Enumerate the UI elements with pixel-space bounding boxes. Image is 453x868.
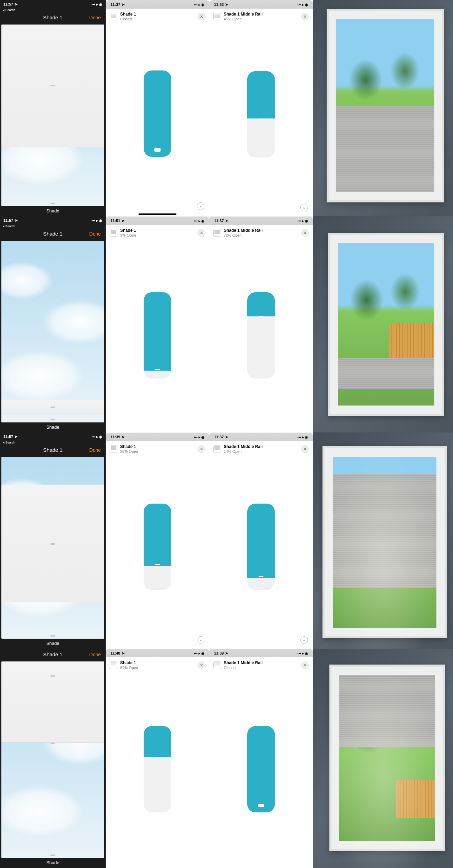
shade-control-panel: 11:37➤▪▪▪▸◉ Shade 1 Middle Rail 14% Open… (209, 432, 313, 649)
back-to-search[interactable]: ◂ Search (0, 441, 106, 444)
location-icon: ➤ (122, 219, 125, 223)
shade-slider[interactable] (144, 504, 171, 590)
status-time: 11:39 (214, 651, 224, 655)
shade-control-panel: 11:40➤▪▪▪▸◉ Shade 1 64% Open ✕ (106, 649, 209, 868)
location-icon: ➤ (122, 651, 125, 656)
shade-icon (110, 661, 117, 669)
status-icons: ▪▪▪▸◉ (194, 435, 204, 439)
rail-mark (50, 675, 55, 677)
slider-fill (144, 292, 171, 371)
shade-control-panel: 11:39➤▪▪▪▸◉ Shade 1 28% Open ✕ ▸ (106, 432, 209, 649)
status-icons: ▪▪▪▸◉ (297, 651, 308, 655)
accessory-header: Shade 1 Middle Rail 45% Open ✕ (209, 9, 313, 25)
status-time: 11:52 (214, 2, 224, 7)
slider-handle-dash[interactable] (155, 564, 160, 565)
slider-area (106, 241, 209, 430)
close-button[interactable]: ✕ (301, 661, 309, 669)
close-button[interactable]: ✕ (197, 229, 205, 237)
settings-button[interactable]: ▸ (300, 204, 308, 211)
done-button[interactable]: Done (89, 447, 101, 453)
accessory-header: Shade 1 64% Open ✕ (106, 657, 209, 673)
shade-slider[interactable] (247, 71, 275, 158)
accessory-info: Shade 1 9% Open (120, 228, 195, 237)
physical-shade (339, 675, 435, 747)
slider-area (209, 25, 313, 204)
slider-handle-dash[interactable] (155, 757, 160, 758)
window-photo (313, 0, 453, 216)
status-bar: 11:51➤▪▪▪▸◉ (106, 217, 209, 225)
status-bar: 11:40➤▪▪▪▸◉ (106, 649, 209, 657)
blind-visual[interactable] (1, 241, 104, 422)
shade-title: Shade 1 (43, 651, 62, 657)
slider-handle-icon[interactable] (154, 148, 161, 152)
close-button[interactable]: ✕ (301, 445, 309, 453)
shade-slider[interactable] (144, 70, 171, 157)
status-icons: ▪▪▪▸◉ (297, 435, 308, 439)
shade-cover[interactable] (1, 400, 104, 413)
panel-footer-label: Shade (0, 206, 106, 216)
shade-slider[interactable] (247, 504, 275, 590)
slider-area (106, 25, 209, 202)
accessory-name: Shade 1 Middle Rail (224, 661, 298, 666)
bottom-rail-mark (50, 855, 55, 856)
slider-handle-icon[interactable] (258, 804, 264, 807)
rail-mark (50, 85, 55, 86)
blind-visual[interactable] (1, 25, 104, 206)
shade-cover[interactable] (1, 485, 104, 602)
status-bar: 11:37➤▪▪▪▸◉ (209, 217, 313, 225)
slider-handle-dash[interactable] (155, 369, 160, 370)
slider-fill (247, 71, 275, 119)
shade-icon (213, 13, 221, 20)
accessory-status: 14% Open (224, 449, 298, 454)
shade-cover[interactable] (1, 661, 104, 743)
settings-button[interactable]: ▸ (300, 636, 308, 644)
status-bar: 11:39➤▪▪▪▸◉ (106, 433, 209, 441)
accessory-name: Shade 1 Middle Rail (224, 445, 298, 449)
status-time: 11:57 (3, 218, 13, 222)
close-button[interactable]: ✕ (301, 229, 309, 237)
accessory-name: Shade 1 (120, 661, 195, 666)
back-to-search[interactable]: ◂ Search (0, 8, 106, 12)
close-button[interactable]: ✕ (197, 13, 205, 20)
status-time: 11:40 (110, 651, 120, 655)
settings-button[interactable]: ▸ (197, 636, 204, 644)
slider-fill (247, 726, 275, 812)
bottom-rail-mark (50, 203, 55, 204)
done-button[interactable]: Done (89, 652, 101, 657)
settings-button[interactable]: ▸ (197, 202, 204, 210)
close-button[interactable]: ✕ (301, 13, 309, 20)
location-icon: ➤ (225, 651, 228, 656)
slider-handle-dash[interactable] (259, 316, 263, 317)
panel-header: Shade 1 Done (0, 12, 106, 23)
shade-cover[interactable] (1, 25, 104, 147)
shade-slider[interactable] (144, 292, 171, 379)
status-icons: ▪▪▪▸◉ (91, 435, 102, 439)
window-photo (313, 432, 453, 649)
status-icons: ▪▪▪▸◉ (194, 3, 204, 7)
status-time: 11:39 (110, 435, 120, 439)
shade-slider[interactable] (247, 726, 275, 812)
blind-visual[interactable] (1, 457, 104, 639)
window-photo (313, 649, 453, 868)
close-button[interactable]: ✕ (197, 445, 205, 453)
shade-preview-panel: 11:57➤▪▪▪▸◉ ◂ Search Shade 1 Done Shade (0, 216, 106, 432)
accessory-name: Shade 1 Middle Rail (224, 12, 298, 17)
shade-preview-panel: 11:57➤▪▪▪▸◉ ◂ Search Shade 1 Done Shade (0, 0, 106, 216)
accessory-name: Shade 1 (120, 12, 195, 17)
shade-slider[interactable] (144, 726, 171, 812)
blind-visual[interactable] (1, 661, 104, 858)
shade-slider[interactable] (247, 292, 275, 379)
close-button[interactable]: ✕ (197, 661, 205, 669)
rail-mark (50, 543, 55, 545)
slider-handle-dash[interactable] (259, 118, 263, 120)
done-button[interactable]: Done (89, 231, 101, 237)
back-to-search[interactable]: ◂ Search (0, 225, 106, 228)
accessory-header: Shade 1 Middle Rail 72% Open ✕ (209, 225, 313, 241)
shade-icon (213, 229, 221, 237)
deck-rail (396, 780, 435, 818)
slider-handle-dash[interactable] (259, 576, 263, 577)
status-bar: 11:57➤▪▪▪▸◉ (0, 0, 106, 8)
accessory-status: Closed (120, 17, 195, 21)
slider-fill (144, 504, 171, 566)
done-button[interactable]: Done (89, 15, 101, 20)
